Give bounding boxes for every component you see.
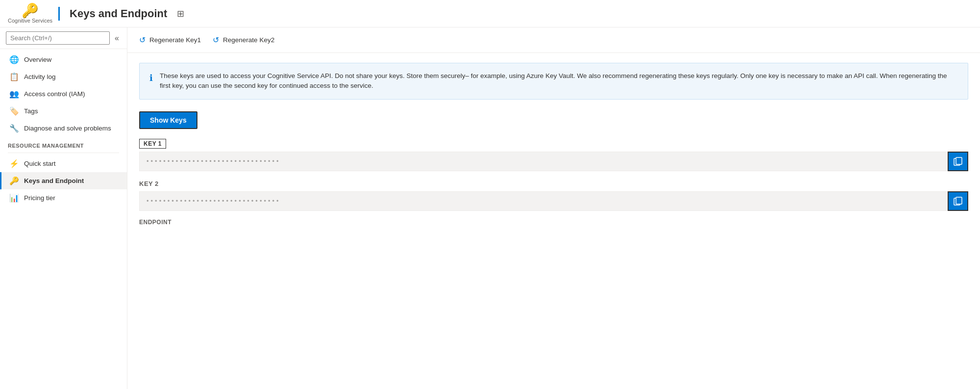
key1-label: KEY 1 [139,139,166,149]
title-divider [58,7,60,21]
key2-section: KEY 2 •••••••••••••••••••••••••••••••• [139,179,968,211]
regenerate-key2-button[interactable]: ↺ Regenerate Key2 [213,33,274,47]
sidebar-item-keys-endpoint[interactable]: 🔑 Keys and Endpoint [0,172,127,189]
page-title: Keys and Endpoint [70,7,167,20]
regen-key1-label: Regenerate Key1 [149,36,201,44]
sidebar-item-activity-log[interactable]: 📋 Activity log [0,68,127,85]
sidebar-item-overview-label: Overview [24,56,51,63]
cognitive-services-icon: 🔑 [22,4,39,18]
endpoint-section: ENDPOINT [139,219,968,226]
sidebar-nav: 🌐 Overview 📋 Activity log 👥 Access contr… [0,49,127,389]
sidebar-item-access-control-label: Access control (IAM) [24,90,85,98]
regen-key2-label: Regenerate Key2 [223,36,274,44]
sidebar-item-tags-label: Tags [24,107,38,115]
sidebar-item-diagnose[interactable]: 🔧 Diagnose and solve problems [0,120,127,137]
logo-area: 🔑 Cognitive Services [8,4,52,24]
page-title-area: Keys and Endpoint ⊞ [58,7,184,21]
overview-icon: 🌐 [9,55,19,64]
print-icon[interactable]: ⊞ [177,8,184,19]
svg-rect-3 [956,197,962,204]
sidebar-item-quick-start-label: Quick start [24,160,56,167]
section-divider [8,153,119,153]
key1-row: •••••••••••••••••••••••••••••••• [139,152,968,171]
copy-key2-icon [953,196,963,206]
quick-start-icon: ⚡ [9,159,19,168]
sidebar-item-pricing-tier[interactable]: 📊 Pricing tier [0,189,127,207]
activity-log-icon: 📋 [9,72,19,81]
sidebar-item-quick-start[interactable]: ⚡ Quick start [0,155,127,172]
sidebar-item-activity-log-label: Activity log [24,73,56,80]
top-header: 🔑 Cognitive Services Keys and Endpoint ⊞ [0,0,980,27]
svg-rect-1 [956,157,962,164]
key2-value: •••••••••••••••••••••••••••••••• [139,191,948,211]
regen-key1-icon: ↺ [139,35,146,45]
content-area: ↺ Regenerate Key1 ↺ Regenerate Key2 ℹ Th… [127,27,980,389]
toolbar: ↺ Regenerate Key1 ↺ Regenerate Key2 [127,27,980,53]
copy-key1-button[interactable] [948,152,968,171]
key1-section: KEY 1 •••••••••••••••••••••••••••••••• [139,139,968,171]
sidebar-item-keys-endpoint-label: Keys and Endpoint [24,177,84,184]
sidebar-item-overview[interactable]: 🌐 Overview [0,51,127,68]
regen-key2-icon: ↺ [213,35,219,45]
access-control-icon: 👥 [9,89,19,99]
sidebar-item-tags[interactable]: 🏷️ Tags [0,103,127,120]
key1-value: •••••••••••••••••••••••••••••••• [139,152,948,171]
main-layout: « 🌐 Overview 📋 Activity log 👥 Access con… [0,27,980,389]
info-text: These keys are used to access your Cogni… [160,71,958,91]
copy-key2-button[interactable] [948,191,968,211]
info-box: ℹ These keys are used to access your Cog… [139,63,968,100]
collapse-button[interactable]: « [113,32,121,45]
sidebar-search-area: « [0,27,127,49]
key2-row: •••••••••••••••••••••••••••••••• [139,191,968,211]
keys-endpoint-icon: 🔑 [9,176,19,185]
copy-key1-icon [953,156,963,166]
regenerate-key1-button[interactable]: ↺ Regenerate Key1 [139,33,201,47]
sidebar-item-pricing-tier-label: Pricing tier [24,194,55,202]
key2-label: KEY 2 [139,179,159,188]
resource-management-section-label: RESOURCE MANAGEMENT [0,137,127,151]
pricing-tier-icon: 📊 [9,193,19,203]
info-icon: ℹ [149,72,153,91]
show-keys-button[interactable]: Show Keys [139,111,197,129]
sidebar-item-access-control[interactable]: 👥 Access control (IAM) [0,85,127,103]
content-scroll: ℹ These keys are used to access your Cog… [127,53,980,389]
logo-label: Cognitive Services [8,18,52,24]
endpoint-label: ENDPOINT [139,219,968,226]
search-input[interactable] [6,31,110,45]
sidebar: « 🌐 Overview 📋 Activity log 👥 Access con… [0,27,127,389]
tags-icon: 🏷️ [9,106,19,116]
diagnose-icon: 🔧 [9,124,19,133]
sidebar-item-diagnose-label: Diagnose and solve problems [24,125,111,132]
